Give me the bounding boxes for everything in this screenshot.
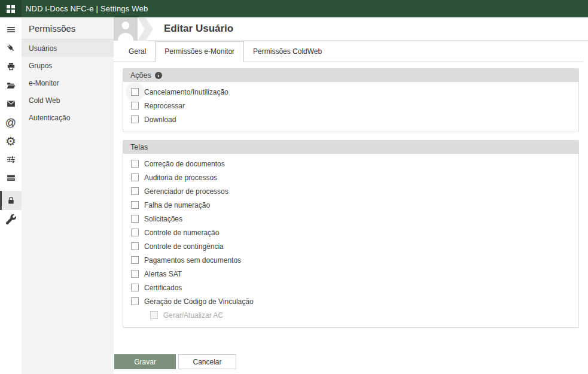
sections-container: Ações i Cancelamento/Inutilização Reproc…	[123, 68, 579, 328]
checkbox-row[interactable]: Controle de contingência	[123, 239, 578, 253]
folder-open-icon	[6, 80, 16, 90]
checkbox-row[interactable]: Pagamentos sem documentos	[123, 253, 578, 267]
logo-squares-icon	[7, 5, 15, 13]
checkbox-label: Auditoria de processos	[144, 174, 217, 182]
page-header: Editar Usuário	[114, 17, 588, 41]
section-header: Ações i	[123, 68, 579, 82]
checkbox[interactable]	[131, 187, 139, 195]
checkbox[interactable]	[131, 102, 139, 110]
rail-item-menu[interactable]	[0, 20, 22, 39]
form-actions: Gravar Cancelar	[114, 354, 579, 369]
rail-item-settings[interactable]: ⚙	[0, 132, 22, 150]
checkbox-label: Gerar/Atualizar AC	[163, 311, 223, 320]
user-avatar-icon	[114, 17, 138, 41]
app-logo[interactable]	[0, 0, 22, 17]
checkbox[interactable]	[131, 115, 139, 123]
checkbox-row[interactable]: Cancelamento/Inutilização	[123, 85, 578, 99]
cancel-button[interactable]: Cancelar	[178, 354, 236, 369]
main-panel: Editar Usuário Geral Permissões e-Monito…	[114, 17, 588, 374]
checkbox[interactable]	[131, 242, 139, 250]
sidebar-title: Permissões	[22, 17, 114, 39]
rail-item-mail[interactable]	[0, 95, 22, 113]
sidebar-item[interactable]: Usuários	[22, 39, 114, 57]
sidebar-item-label: Autenticação	[29, 114, 70, 122]
tab-content: Ações i Cancelamento/Inutilização Reproc…	[114, 62, 588, 374]
sidebar-item[interactable]: Grupos	[22, 57, 114, 74]
checkbox-label: Certificados	[144, 284, 182, 292]
envelope-icon	[6, 99, 16, 109]
checkbox[interactable]	[131, 229, 139, 236]
section-title: Ações	[130, 71, 151, 80]
tab[interactable]: Permissões ColdWeb	[244, 42, 331, 62]
permission-section: Ações i Cancelamento/Inutilização Reproc…	[123, 68, 579, 132]
checkbox-label: Download	[144, 115, 176, 124]
rail-item-server[interactable]	[0, 169, 22, 187]
sliders-icon	[6, 154, 16, 165]
checkbox[interactable]	[150, 311, 158, 319]
plug-icon	[6, 43, 16, 53]
checkbox-row[interactable]: Download	[123, 112, 578, 126]
checkbox[interactable]	[131, 160, 139, 168]
checkbox[interactable]	[131, 88, 139, 96]
section-body: Correção de documentos Auditoria de proc…	[123, 154, 579, 328]
sidebar-items: Usuários Grupos e-Monitor Cold Web Auten…	[22, 39, 114, 126]
checkbox-label: Alertas SAT	[144, 270, 182, 278]
checkbox-row[interactable]: Geração de Código de Vinculação	[123, 294, 578, 308]
sidebar-item-label: Usuários	[29, 44, 57, 53]
checkbox-row[interactable]: Reprocessar	[123, 99, 578, 112]
checkbox-row[interactable]: Gerenciador de processos	[123, 184, 578, 198]
icon-rail: @ ⚙	[0, 17, 22, 374]
rail-item-at[interactable]: @	[0, 113, 22, 132]
lock-icon	[6, 196, 16, 206]
sidebar-item-label: e-Monitor	[29, 79, 59, 87]
rail-item-preferences[interactable]	[0, 150, 22, 169]
rail-item-plug[interactable]	[0, 39, 22, 57]
sidebar-item[interactable]: e-Monitor	[22, 74, 114, 92]
checkbox-row[interactable]: Correção de documentos	[123, 157, 578, 171]
checkbox-label: Solicitações	[144, 215, 182, 223]
at-sign-icon: @	[5, 117, 16, 128]
checkbox[interactable]	[131, 201, 139, 209]
rail-item-printer[interactable]	[0, 57, 22, 76]
tab[interactable]: Permissões e-Monitor	[155, 41, 244, 62]
checkbox[interactable]	[131, 297, 139, 305]
save-button[interactable]: Gravar	[114, 354, 176, 369]
permissions-sidebar: Permissões Usuários Grupos e-Monitor Col…	[22, 17, 114, 374]
checkbox-label: Falha de numeração	[144, 201, 210, 209]
checkbox-label: Cancelamento/Inutilização	[144, 88, 229, 96]
sidebar-item[interactable]: Autenticação	[22, 109, 114, 126]
checkbox[interactable]	[131, 270, 139, 278]
checkbox-label: Controle de numeração	[144, 229, 219, 237]
checkbox-label: Controle de contingência	[144, 242, 224, 251]
info-icon[interactable]: i	[155, 72, 162, 79]
menu-icon	[6, 25, 16, 35]
checkbox[interactable]	[131, 215, 139, 223]
printer-icon	[6, 62, 16, 72]
checkbox-row[interactable]: Gerar/Atualizar AC	[123, 308, 578, 322]
checkbox-row[interactable]: Alertas SAT	[123, 267, 578, 281]
checkbox-row[interactable]: Certificados	[123, 281, 578, 294]
checkbox[interactable]	[131, 256, 139, 264]
rail-item-folder[interactable]	[0, 76, 22, 95]
sidebar-item[interactable]: Cold Web	[22, 92, 114, 109]
tab-bar: Geral Permissões e-Monitor Permissões Co…	[114, 41, 583, 62]
checkbox-label: Reprocessar	[144, 102, 185, 110]
sidebar-item-label: Cold Web	[29, 96, 60, 105]
page-title: Editar Usuário	[164, 23, 233, 35]
section-header: Telas i	[123, 140, 579, 154]
checkbox-row[interactable]: Controle de numeração	[123, 226, 578, 239]
checkbox-row[interactable]: Solicitações	[123, 212, 578, 226]
checkbox-row[interactable]: Falha de numeração	[123, 198, 578, 212]
sidebar-item-label: Grupos	[29, 62, 52, 70]
tab[interactable]: Geral	[120, 42, 155, 62]
topbar: NDD i-Docs NFC-e | Settings Web	[0, 0, 588, 17]
chevron-right-icon	[138, 17, 154, 41]
checkbox-row[interactable]: Auditoria de processos	[123, 171, 578, 184]
rail-item-security[interactable]	[0, 191, 22, 210]
checkbox[interactable]	[131, 284, 139, 291]
rail-item-tools[interactable]	[0, 210, 22, 229]
section-title: Telas	[130, 143, 148, 151]
server-icon	[6, 173, 16, 183]
checkbox-label: Geração de Código de Vinculação	[144, 297, 254, 306]
checkbox[interactable]	[131, 174, 139, 181]
